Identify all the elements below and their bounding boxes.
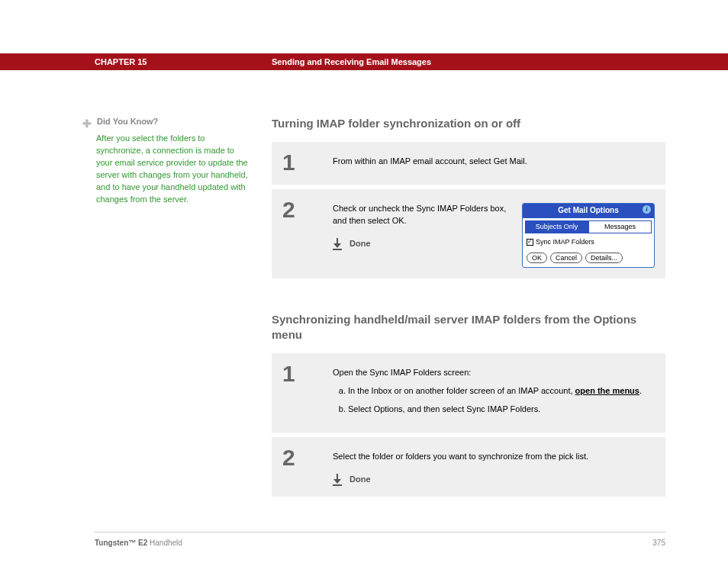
step-number: 2: [282, 445, 333, 486]
tip-heading: Did You Know?: [97, 117, 158, 126]
substep-a-pre: In the Inbox or on another folder screen…: [348, 386, 575, 395]
device-screenshot: Get Mail Options i Subjects Only Message…: [522, 203, 655, 268]
step-block: 1 From within an IMAP email account, sel…: [272, 142, 665, 185]
dialog-title: Get Mail Options: [558, 206, 618, 214]
tab-messages: Messages: [588, 220, 652, 233]
content: ✚ Did You Know? After you select the fol…: [0, 70, 728, 532]
tab-subjects-only: Subjects Only: [525, 220, 588, 233]
substep-b: Select Options, and then select Sync IMA…: [348, 404, 655, 416]
checkbox-label: Sync IMAP Folders: [536, 237, 594, 247]
open-menus-link[interactable]: open the menus: [575, 386, 639, 395]
step-block: 2 Select the folder or folders you want …: [272, 437, 665, 497]
step-body: Open the Sync IMAP Folders screen: In th…: [333, 361, 655, 422]
done-row: Done: [333, 238, 508, 250]
step-text: From within an IMAP email account, selec…: [333, 156, 655, 168]
step-text: Select the folder or folders you want to…: [333, 451, 655, 486]
ok-button: OK: [527, 253, 547, 263]
plus-icon: ✚: [82, 116, 92, 131]
step-instruction: Select the folder or folders you want to…: [333, 452, 588, 461]
substep-a-post: .: [639, 386, 642, 395]
substep-a: In the Inbox or on another folder screen…: [348, 385, 655, 397]
done-arrow-icon: [333, 474, 343, 486]
substep-list: In the Inbox or on another folder screen…: [333, 385, 655, 416]
step-text: Open the Sync IMAP Folders screen: In th…: [333, 367, 655, 422]
done-label: Done: [350, 474, 371, 486]
done-row: Done: [333, 474, 655, 486]
step-instruction: Check or uncheck the Sync IMAP Folders b…: [333, 204, 506, 225]
step-body: Check or uncheck the Sync IMAP Folders b…: [333, 197, 655, 268]
step-number: 2: [282, 197, 333, 268]
checkbox-icon: ✓: [527, 239, 533, 246]
sidebar-tip: ✚ Did You Know? After you select the fol…: [82, 116, 250, 501]
step-intro: Open the Sync IMAP Folders screen:: [333, 368, 471, 377]
cancel-button: Cancel: [550, 253, 582, 263]
dialog-button-row: OK Cancel Details...: [523, 251, 654, 267]
section-heading-2: Synchronizing handheld/mail server IMAP …: [272, 312, 665, 343]
page: CHAPTER 15 Sending and Receiving Email M…: [0, 0, 728, 563]
page-number: 375: [652, 539, 665, 547]
main-column: Turning IMAP folder synchronization on o…: [272, 116, 665, 501]
step-text: Check or uncheck the Sync IMAP Folders b…: [333, 203, 508, 250]
dialog-tabs: Subjects Only Messages: [523, 218, 654, 235]
section-spacer: [272, 283, 665, 312]
chapter-label: CHAPTER 15: [95, 57, 272, 66]
footer-product: Tungsten™ E2 Handheld: [95, 539, 182, 547]
tip-header-row: ✚ Did You Know?: [82, 116, 250, 131]
checkbox-row: ✓ Sync IMAP Folders: [523, 235, 654, 251]
dialog-titlebar: Get Mail Options i: [523, 204, 654, 218]
done-arrow-icon: [333, 238, 343, 250]
info-icon: i: [643, 205, 651, 214]
step-block: 2 Check or uncheck the Sync IMAP Folders…: [272, 189, 665, 278]
step-block: 1 Open the Sync IMAP Folders screen: In …: [272, 353, 665, 433]
chapter-header: CHAPTER 15 Sending and Receiving Email M…: [0, 53, 728, 70]
page-footer: Tungsten™ E2 Handheld 375: [95, 532, 665, 547]
step-number: 1: [282, 361, 333, 422]
step-body: Select the folder or folders you want to…: [333, 445, 655, 486]
footer-product-rest: Handheld: [147, 539, 182, 547]
step-number: 1: [282, 150, 333, 174]
section-heading-1: Turning IMAP folder synchronization on o…: [272, 116, 665, 131]
tip-body: After you select the folders to synchron…: [82, 133, 250, 206]
chapter-title: Sending and Receiving Email Messages: [272, 57, 431, 66]
step-body: From within an IMAP email account, selec…: [333, 150, 655, 174]
footer-product-bold: Tungsten™ E2: [95, 539, 147, 547]
done-label: Done: [350, 238, 371, 250]
details-button: Details...: [585, 253, 623, 263]
